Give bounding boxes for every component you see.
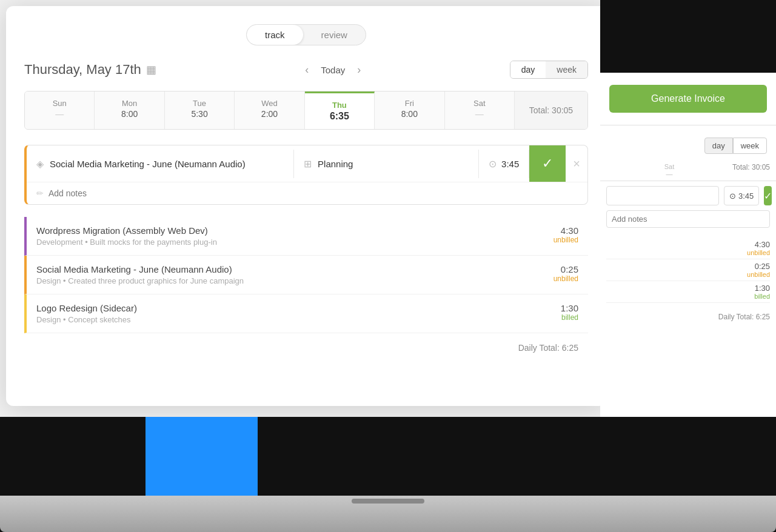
- right-cal-sat: Sat —: [606, 160, 732, 181]
- right-day-week-toggle: day week: [600, 131, 776, 160]
- entry-notes-row: ✏: [27, 182, 587, 204]
- track-review-toggle: track review: [24, 24, 588, 45]
- week-total-cell: Total: 30:05: [515, 91, 587, 129]
- entry-close-button[interactable]: ×: [566, 157, 587, 171]
- prev-day-button[interactable]: ‹: [300, 61, 313, 79]
- review-tab[interactable]: review: [303, 25, 366, 45]
- active-entry-form: ◈ ⊞ ⊙ 3:45 ✓: [24, 145, 588, 205]
- right-daily-total: Daily Total: 6:25: [600, 308, 776, 326]
- divider: [600, 125, 776, 125]
- list-item[interactable]: Social Media Marketing - June (Neumann A…: [24, 256, 588, 294]
- generate-invoice-button[interactable]: Generate Invoice: [609, 85, 767, 113]
- track-tab[interactable]: track: [247, 25, 303, 45]
- right-time-row: ⊙ 3:45 ✓ ×: [600, 181, 776, 210]
- check-icon: ✓: [542, 156, 553, 171]
- daily-total: Daily Total: 6:25: [24, 333, 588, 357]
- right-notes-input[interactable]: [606, 210, 770, 228]
- notes-input[interactable]: [48, 188, 578, 198]
- right-check-icon: ✓: [764, 190, 772, 202]
- week-day-tue[interactable]: Tue 5:30: [165, 91, 235, 129]
- laptop-bottom-bar: [0, 496, 776, 532]
- day-week-toggle: day week: [510, 61, 588, 79]
- task-icon: ⊞: [304, 158, 312, 170]
- project-icon: ◈: [36, 158, 44, 170]
- week-grid: Sun — Mon 8:00 Tue 5:30 Wed 2:00: [24, 91, 588, 130]
- date-nav: ‹ Today ›: [300, 61, 366, 79]
- week-day-fri[interactable]: Fri 8:00: [375, 91, 444, 129]
- date-header-row: Thursday, May 17th ▦ ‹ Today › day week: [24, 61, 588, 79]
- right-entry-3: 1:30 billed: [606, 281, 770, 303]
- right-panel-top: [600, 0, 776, 73]
- clock-icon: ⊙: [489, 158, 497, 170]
- week-day-sat[interactable]: Sat —: [445, 91, 515, 129]
- right-week-button[interactable]: week: [733, 138, 767, 154]
- week-day-thu[interactable]: Thu 6:35: [305, 91, 375, 129]
- week-day-wed[interactable]: Wed 2:00: [235, 91, 304, 129]
- time-value: 3:45: [501, 159, 519, 169]
- right-time-input[interactable]: [606, 186, 719, 205]
- day-view-button[interactable]: day: [510, 61, 546, 78]
- date-title: Thursday, May 17th: [24, 62, 141, 78]
- calendar-icon: ▦: [146, 63, 156, 76]
- time-field: ⊙ 3:45: [479, 150, 529, 178]
- list-item[interactable]: Logo Redesign (Sidecar) Design • Concept…: [24, 294, 588, 333]
- list-item[interactable]: Wordpress Migration (Assembly Web Dev) D…: [24, 217, 588, 256]
- close-icon: ×: [573, 157, 580, 170]
- week-day-mon[interactable]: Mon 8:00: [95, 91, 164, 129]
- laptop-notch: [352, 499, 424, 504]
- right-cal-header: Sat — Total: 30:05: [600, 160, 776, 181]
- right-entry-1: 4:30 unbilled: [606, 238, 770, 259]
- today-button[interactable]: Today: [321, 65, 345, 75]
- week-view-button[interactable]: week: [546, 61, 587, 78]
- right-check-button[interactable]: ✓: [764, 186, 772, 205]
- right-entries: 4:30 unbilled 0:25 unbilled 1:30 billed: [600, 233, 776, 308]
- blue-rectangle: [146, 417, 258, 496]
- entries-list: Wordpress Migration (Assembly Web Dev) D…: [24, 217, 588, 333]
- right-entry-2: 0:25 unbilled: [606, 259, 770, 281]
- next-day-button[interactable]: ›: [352, 61, 366, 79]
- main-card: track review Thursday, May 17th ▦ ‹ Toda: [6, 6, 606, 406]
- project-field[interactable]: ◈: [27, 150, 294, 178]
- right-day-button[interactable]: day: [704, 138, 733, 154]
- pencil-icon: ✏: [36, 188, 44, 198]
- project-input[interactable]: [50, 159, 284, 169]
- right-cal-total: Total: 30:05: [732, 160, 770, 181]
- task-input[interactable]: [318, 159, 469, 169]
- entry-form-top: ◈ ⊞ ⊙ 3:45 ✓: [27, 145, 587, 182]
- right-clock-icon: ⊙: [729, 191, 736, 201]
- week-day-sun[interactable]: Sun —: [25, 91, 95, 129]
- entry-submit-button[interactable]: ✓: [529, 145, 566, 182]
- right-time-display: ⊙ 3:45: [724, 186, 759, 205]
- task-field[interactable]: ⊞: [294, 150, 479, 178]
